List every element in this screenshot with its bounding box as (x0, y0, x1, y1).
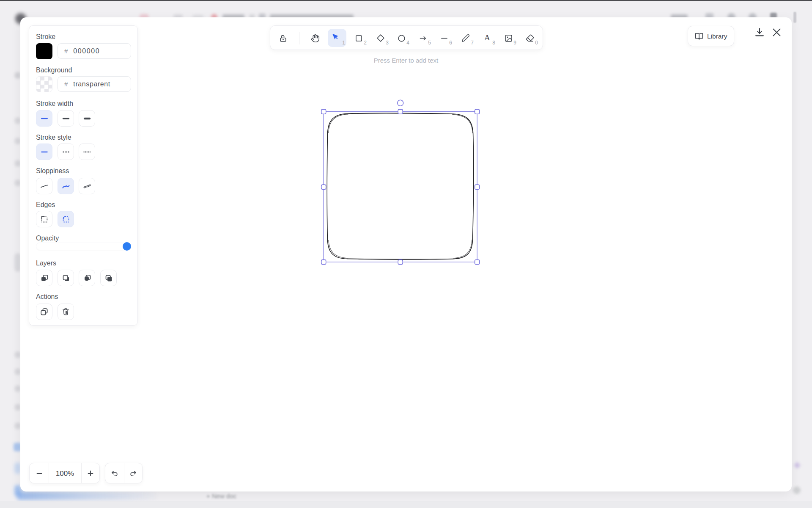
svg-text:A: A (484, 33, 490, 42)
